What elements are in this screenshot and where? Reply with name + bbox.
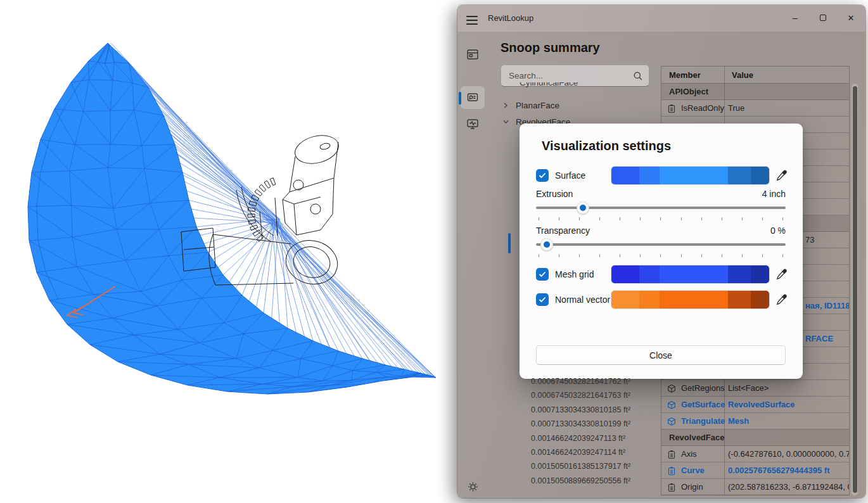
screen: RevitLookup – ✕ [0, 0, 868, 503]
mesh-grid-row: Mesh grid [536, 265, 594, 284]
hamburger-menu-icon[interactable] [466, 13, 478, 23]
sidebar-item-snoop[interactable] [461, 86, 485, 109]
extrusion-value: 4 inch [762, 189, 786, 199]
color-segment [639, 265, 660, 283]
property-icon [667, 483, 676, 494]
surface-row: Surface [536, 166, 585, 185]
transparency-slider-thumb[interactable] [540, 238, 553, 251]
sidebar-item-settings[interactable] [461, 475, 485, 498]
color-segment [728, 291, 751, 309]
color-segment [728, 265, 751, 283]
grid-row[interactable]: GetRegionsList<Face> [661, 380, 849, 397]
scrollbar-track[interactable] [852, 84, 858, 495]
grid-row[interactable]: TriangulateMesh [661, 413, 849, 430]
sidebar-selection-indicator [459, 92, 461, 105]
grid-row[interactable]: Origin(202.587816233, -6.871192484, 0.00 [661, 479, 849, 495]
member-cell: GetSurface [681, 400, 725, 409]
transparency-slider[interactable] [536, 238, 786, 251]
tree-area-item[interactable]: 0.0007133034330810185 ft² [531, 403, 630, 417]
member-cell: Origin [681, 482, 703, 492]
grid-row[interactable]: IsReadOnlyTrue [661, 100, 849, 117]
tree-area-item[interactable]: 0.0015050889669250556 ft² [531, 474, 630, 488]
grid-row[interactable]: GetSurfaceRevolvedSurface [661, 397, 849, 413]
grid-row[interactable]: Curve0.0025767656279444395 ft [661, 462, 849, 479]
page-title: Snoop summary [501, 41, 600, 55]
tree-area-item[interactable]: 0.0015050161385137917 ft² [531, 459, 630, 473]
tree-selection-indicator [508, 233, 511, 253]
extrusion-slider-ticks [539, 217, 783, 220]
color-segment [611, 167, 639, 184]
dialog-close-button[interactable]: Close [536, 345, 786, 365]
member-cell: GetRegions [681, 383, 725, 393]
close-window-button[interactable]: ✕ [837, 5, 865, 30]
method-icon [667, 384, 676, 395]
color-segment [660, 167, 728, 184]
value-cell-partial: RFACE [805, 334, 833, 343]
surface-eyedropper-icon[interactable] [775, 169, 788, 182]
normal-vector-gradient-bar[interactable] [611, 290, 770, 309]
color-segment [611, 291, 639, 309]
tree-item-planarface[interactable]: PlanarFace [501, 98, 559, 113]
3d-viewport[interactable] [0, 0, 457, 503]
normal-vector-eyedropper-icon[interactable] [775, 293, 788, 306]
mesh-grid-eyedropper-icon[interactable] [775, 268, 788, 281]
minimize-button[interactable]: – [781, 5, 809, 30]
grid-category-row[interactable]: RevolvedFace [661, 430, 849, 446]
tree-area-item[interactable]: 0.001466242039247113 ft² [531, 431, 625, 445]
color-segment [751, 291, 769, 309]
tree-item-clipped[interactable]: CylindricalFace [520, 82, 621, 89]
snoop-summary-icon [466, 91, 480, 105]
color-segment [611, 265, 639, 283]
normal-vector-row: Normal vector [536, 290, 610, 309]
sidebar-item-events[interactable] [461, 113, 485, 136]
normal-vector-label: Normal vector [555, 295, 610, 305]
value-cell-partial: 73 [805, 235, 814, 245]
chevron-down-icon[interactable] [501, 118, 511, 125]
tree-area-item[interactable]: 0.0006745032821641762 ft² [531, 374, 630, 388]
property-icon [667, 466, 676, 478]
extrusion-slider[interactable] [536, 201, 786, 214]
column-header-member[interactable]: Member [669, 70, 701, 80]
window-title: RevitLookup [488, 13, 533, 23]
surface-label: Surface [555, 170, 585, 181]
value-cell: (202.587816233, -6.871192484, 0.00 [728, 482, 849, 492]
mesh-grid-checkbox[interactable] [536, 268, 549, 281]
color-segment [639, 167, 660, 184]
color-segment [728, 167, 751, 184]
event-monitor-icon [466, 117, 480, 131]
search-icon [633, 71, 643, 81]
value-cell: True [728, 103, 744, 113]
revitlookup-window: RevitLookup – ✕ [457, 5, 865, 498]
dialog-title: Visualization settings [542, 139, 671, 153]
tree-area-item[interactable]: 0.0007133034330810199 ft² [531, 417, 630, 431]
chevron-right-icon[interactable] [501, 102, 511, 109]
scrollbar-thumb[interactable] [853, 86, 857, 493]
color-segment [660, 291, 728, 309]
grid-row[interactable]: Axis(-0.642787610, 0.000000000, 0.7660 [661, 446, 849, 462]
mesh-grid-gradient-bar[interactable] [611, 265, 770, 284]
surface-gradient-bar[interactable] [611, 166, 770, 185]
tree-area-item[interactable]: 0.001466242039247114 ft² [531, 445, 625, 459]
member-cell: Curve [681, 466, 705, 475]
value-cell: RevolvedSurface [728, 400, 795, 409]
sidebar [457, 32, 488, 498]
grid-header: Member Value [661, 66, 849, 84]
value-cell-partial: ная, ID111855 [805, 301, 849, 310]
member-cell: IsReadOnly [681, 103, 724, 113]
value-cell: List<Face> [728, 383, 769, 393]
extrusion-slider-thumb[interactable] [577, 201, 589, 214]
normal-vector-checkbox[interactable] [536, 293, 549, 306]
extrusion-label: Extrusion [536, 189, 573, 199]
property-icon [667, 450, 676, 461]
value-cell: (-0.642787610, 0.000000000, 0.7660 [728, 449, 849, 459]
grid-category-row[interactable]: APIObject [661, 84, 849, 100]
maximize-icon [820, 15, 826, 21]
value-cell: Mesh [728, 416, 749, 426]
surface-checkbox[interactable] [536, 169, 549, 182]
column-header-value[interactable]: Value [732, 70, 753, 80]
tree-area-item[interactable]: 0.0006745032821641763 ft² [531, 388, 630, 402]
sidebar-item-dashboard[interactable] [461, 43, 485, 66]
maximize-button[interactable] [809, 5, 837, 30]
value-cell: 0.0025767656279444395 ft [728, 466, 829, 475]
color-segment [751, 265, 769, 283]
